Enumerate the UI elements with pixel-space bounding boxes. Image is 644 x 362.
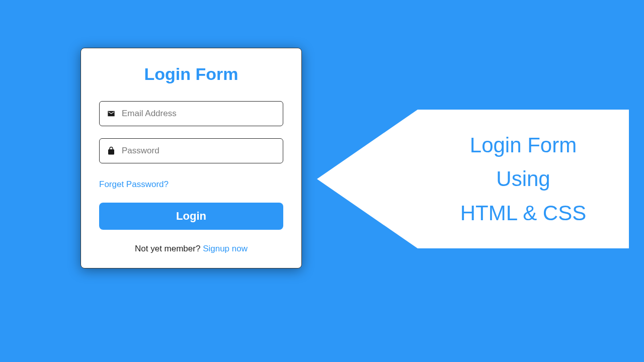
lock-icon [106,146,116,156]
signup-text: Not yet member? [135,244,203,253]
envelope-icon [106,109,116,119]
callout-box: Login Form Using HTML & CSS [418,110,629,248]
callout-line-1: Login Form [470,128,577,162]
password-input-wrapper [99,138,283,163]
callout-line-3: HTML & CSS [460,196,586,230]
form-title: Login Form [99,64,283,84]
signup-link[interactable]: Signup now [203,244,248,253]
forget-password-link[interactable]: Forget Password? [99,179,169,190]
email-field[interactable] [99,101,283,126]
signup-row: Not yet member? Signup now [99,244,283,254]
login-card: Login Form Forget Password? Login Not ye… [80,48,302,268]
email-input-wrapper [99,101,283,126]
password-field[interactable] [99,138,283,163]
callout-arrow [317,110,418,248]
login-button[interactable]: Login [99,203,283,230]
callout-line-2: Using [496,162,550,196]
